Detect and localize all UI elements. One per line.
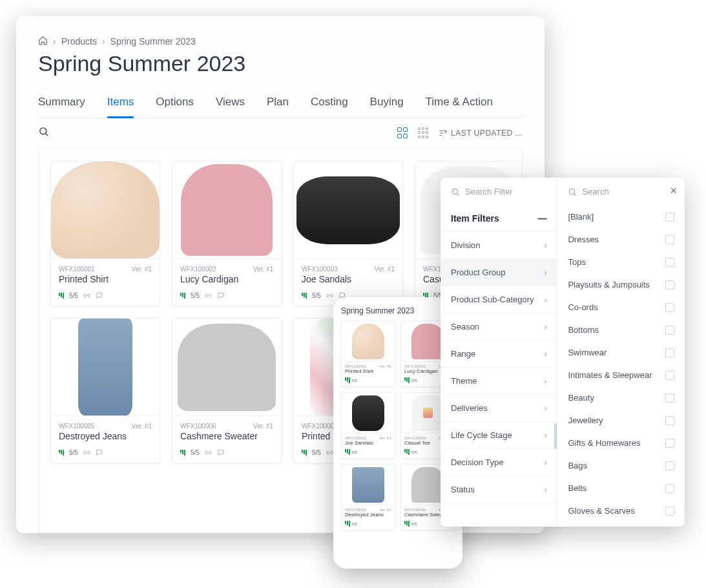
comment-icon	[96, 449, 103, 456]
home-icon[interactable]	[38, 36, 48, 47]
checkbox[interactable]	[665, 326, 674, 335]
close-icon[interactable]: ×	[670, 184, 677, 198]
checkbox[interactable]	[665, 461, 674, 470]
filter-option-row[interactable]: Gifts & Homewares	[557, 432, 685, 454]
checkbox[interactable]	[665, 348, 674, 357]
checkbox[interactable]	[665, 371, 674, 380]
filter-option-row[interactable]: Co-ords	[557, 296, 685, 319]
filter-group-row[interactable]: Deliveries›	[441, 395, 557, 422]
mobile-title: Spring Summer 2023	[341, 306, 455, 315]
filter-option-label: Dresses	[568, 235, 599, 244]
filter-group-row[interactable]: Theme›	[441, 368, 557, 395]
checkbox[interactable]	[665, 416, 674, 425]
mobile-thumbnail	[342, 393, 395, 433]
checkbox[interactable]	[665, 394, 674, 403]
product-sku: WFX100003	[302, 266, 338, 273]
filter-header[interactable]: Item Filters —	[441, 205, 557, 232]
filter-option-label: Tops	[568, 257, 585, 267]
filter-group-row[interactable]: Product Sub-Category›	[441, 286, 557, 313]
filter-option-row[interactable]: [Blank]	[557, 205, 685, 228]
sort-dropdown[interactable]: LAST UPDATED ...	[439, 129, 523, 138]
filter-search-placeholder: Search Filter	[465, 187, 513, 196]
checkbox[interactable]	[665, 258, 674, 267]
filter-option-label: Swimwear	[568, 348, 607, 357]
card-count: 5/5	[312, 292, 321, 299]
card-count: 5/5	[69, 449, 78, 456]
grid-2x2-icon[interactable]	[397, 127, 409, 139]
filter-option-row[interactable]: Bags	[557, 454, 685, 477]
filter-group-row[interactable]: Division›	[441, 232, 557, 259]
breadcrumb-current[interactable]: Spring Summer 2023	[110, 36, 196, 47]
filter-group-row[interactable]: Product Group›	[441, 259, 557, 286]
product-name: Printed Shirt	[59, 274, 152, 284]
breadcrumb-products[interactable]: Products	[61, 36, 97, 47]
tab-items[interactable]: Items	[107, 96, 134, 118]
progress-bars-icon	[302, 293, 307, 299]
filter-search[interactable]: Search Filter	[441, 178, 557, 205]
checkbox[interactable]	[665, 303, 674, 312]
grid-3x3-icon[interactable]	[418, 127, 430, 139]
filter-option-list: [Blank]DressesTopsPlaysuits & JumpsuitsC…	[557, 205, 685, 527]
filter-option-row[interactable]: Intimates & Sleepwear	[557, 364, 685, 386]
checkbox[interactable]	[665, 439, 674, 448]
filter-option-label: Gloves & Scarves	[568, 506, 634, 516]
mobile-icons: 5/5	[342, 447, 395, 458]
chevron-right-icon: ›	[544, 268, 546, 277]
product-card[interactable]: WFX100005 Ver. #1 Destroyed Jeans 5/5	[50, 318, 160, 463]
breadcrumb: › Products › Spring Summer 2023	[38, 36, 523, 47]
chevron-right-icon: ›	[544, 241, 546, 250]
tab-plan[interactable]: Plan	[267, 96, 289, 118]
tab-summary[interactable]: Summary	[38, 96, 85, 118]
tab-views[interactable]: Views	[216, 96, 245, 118]
filter-option-row[interactable]: Gloves & Scarves	[557, 499, 685, 522]
link-icon	[83, 292, 90, 299]
tab-options[interactable]: Options	[156, 96, 194, 118]
filter-option-row[interactable]: Beauty	[557, 386, 685, 409]
product-card[interactable]: WFX100006 Ver. #1 Cashmere Sweater 5/5	[172, 318, 282, 463]
filter-group-label: Deliveries	[451, 403, 488, 413]
mobile-product-card[interactable]: WFX100001Ver. #1 Printed Shirt 5/5	[341, 320, 395, 387]
tab-time-action[interactable]: Time & Action	[426, 96, 493, 118]
mobile-meta: WFX100001Ver. #1 Printed Shirt	[342, 361, 395, 375]
checkbox[interactable]	[665, 484, 674, 493]
filter-values-search-placeholder: Search	[582, 187, 608, 196]
filter-option-row[interactable]: Jewellery	[557, 409, 685, 432]
chevron-right-icon: ›	[544, 322, 546, 331]
card-status-icons: 5/5	[172, 288, 281, 306]
product-card[interactable]: WFX100002 Ver. #1 Lucy Cardigan 5/5	[172, 161, 282, 306]
scrollbar-thumb[interactable]	[554, 423, 557, 449]
tab-costing[interactable]: Costing	[311, 96, 348, 118]
mobile-product-card[interactable]: WFX100005Ver. #1 Destroyed Jeans 5/5	[341, 464, 395, 530]
product-card[interactable]: WFX100003 Ver. #1 Joe Sandals 5/5	[293, 161, 403, 306]
search-icon[interactable]	[38, 128, 49, 139]
svg-point-0	[40, 128, 47, 134]
filter-option-row[interactable]: Bottoms	[557, 319, 685, 341]
filter-option-row[interactable]: Playsuits & Jumpsuits	[557, 273, 685, 296]
breadcrumb-separator: ›	[102, 36, 105, 47]
mobile-ver: Ver. #1	[379, 364, 391, 368]
filter-group-row[interactable]: Range›	[441, 341, 557, 368]
checkbox[interactable]	[665, 507, 674, 516]
checkbox[interactable]	[665, 235, 674, 244]
filter-option-label: Belts	[568, 483, 587, 493]
filter-option-label: [Blank]	[568, 212, 594, 222]
filter-group-row[interactable]: Status›	[441, 476, 557, 503]
mobile-name: Joe Sandals	[345, 440, 391, 446]
checkbox[interactable]	[665, 280, 674, 289]
filter-group-label: Decision Type	[451, 457, 503, 467]
filter-group-row[interactable]: Decision Type›	[441, 449, 557, 476]
filter-option-row[interactable]: Swimwear	[557, 341, 685, 364]
filter-values-search[interactable]: Search	[557, 178, 685, 205]
checkbox[interactable]	[665, 213, 674, 222]
filter-option-row[interactable]: Tops	[557, 251, 685, 273]
filter-option-row[interactable]: Belts	[557, 477, 685, 499]
product-card[interactable]: WFX100001 Ver. #1 Printed Shirt 5/5	[50, 161, 160, 306]
tab-buying[interactable]: Buying	[370, 96, 404, 118]
mobile-thumbnail	[342, 465, 395, 505]
filter-group-row[interactable]: Season›	[441, 313, 557, 341]
mobile-product-card[interactable]: WFX100003Ver. #1 Joe Sandals 5/5	[341, 392, 395, 459]
filter-option-row[interactable]: Dresses	[557, 228, 685, 251]
svg-point-1	[452, 189, 457, 194]
mobile-icons: 5/5	[342, 519, 395, 530]
filter-group-row[interactable]: Life Cycle Stage›	[441, 422, 557, 449]
